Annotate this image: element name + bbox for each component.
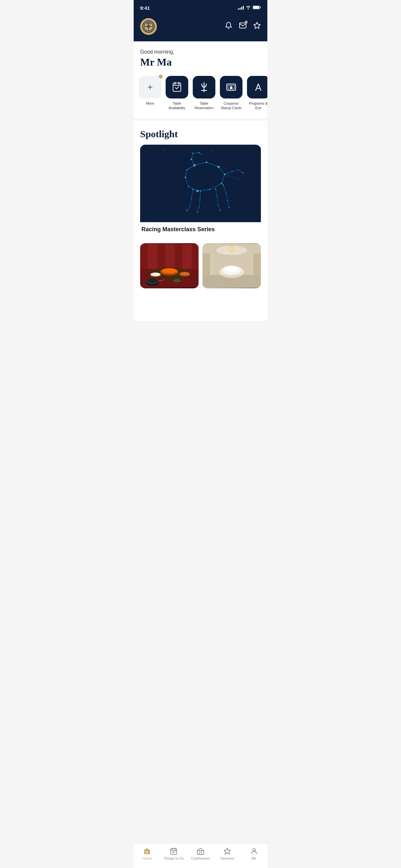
svg-point-28 xyxy=(230,156,231,157)
wifi-icon xyxy=(246,5,251,10)
svg-point-27 xyxy=(212,151,213,151)
svg-point-142 xyxy=(225,266,238,272)
svg-point-87 xyxy=(192,189,194,190)
svg-point-77 xyxy=(224,174,225,175)
svg-point-89 xyxy=(191,198,192,199)
svg-rect-10 xyxy=(173,83,181,91)
programs-icon xyxy=(252,82,264,93)
action-programs[interactable]: Programs & Eve xyxy=(247,76,267,111)
action-coupons[interactable]: Coupons/ Stamp Cards xyxy=(220,76,243,111)
svg-point-35 xyxy=(144,207,145,208)
table-reservation-icon-wrap xyxy=(193,76,215,98)
table-reservation-icon xyxy=(198,82,210,93)
svg-point-93 xyxy=(198,207,199,208)
svg-point-137 xyxy=(224,249,227,252)
messages-button[interactable] xyxy=(239,22,247,31)
svg-point-79 xyxy=(209,189,210,190)
svg-point-91 xyxy=(186,210,188,211)
quick-actions: + More Table Availability Table Rese xyxy=(134,73,267,118)
notification-button[interactable] xyxy=(225,22,233,31)
signal-icon xyxy=(238,6,244,10)
svg-point-138 xyxy=(236,249,240,252)
svg-point-75 xyxy=(206,161,207,163)
svg-point-95 xyxy=(217,196,218,197)
coupons-icon xyxy=(225,82,237,93)
svg-rect-20 xyxy=(140,147,261,219)
svg-rect-114 xyxy=(166,244,174,269)
favorites-button[interactable] xyxy=(253,22,261,31)
spotlight-image xyxy=(140,145,261,222)
table-availability-icon xyxy=(171,82,183,93)
more-label: More xyxy=(146,101,154,105)
cards-row xyxy=(134,238,267,321)
greeting-section: Good morning, Mr Ma xyxy=(134,41,267,73)
spotlight-title: Spotlight xyxy=(140,128,261,140)
svg-point-101 xyxy=(232,170,233,172)
svg-point-82 xyxy=(185,177,186,178)
food-card-image xyxy=(140,243,198,288)
more-badge xyxy=(159,74,163,79)
svg-point-36 xyxy=(149,216,150,217)
svg-point-104 xyxy=(215,188,216,190)
greeting-sub: Good morning, xyxy=(140,49,261,55)
svg-point-85 xyxy=(192,152,194,154)
svg-point-121 xyxy=(162,268,177,273)
svg-point-81 xyxy=(188,186,189,187)
svg-text:HKJC: HKJC xyxy=(146,23,151,25)
status-time: 9:41 xyxy=(140,5,150,11)
svg-point-33 xyxy=(251,201,252,202)
spotlight-card[interactable]: Racing Masterclass Series xyxy=(140,145,261,233)
svg-point-105 xyxy=(222,184,224,185)
svg-point-29 xyxy=(245,151,246,152)
svg-marker-9 xyxy=(254,22,260,28)
programs-icon-wrap xyxy=(247,76,267,98)
svg-point-90 xyxy=(189,206,190,206)
action-more[interactable]: + More xyxy=(139,76,161,111)
svg-point-23 xyxy=(164,150,165,151)
svg-point-129 xyxy=(174,279,180,281)
svg-rect-112 xyxy=(149,244,157,269)
svg-rect-146 xyxy=(251,253,253,275)
svg-rect-113 xyxy=(157,244,165,269)
spotlight-section: Spotlight xyxy=(134,121,267,238)
venue-card[interactable] xyxy=(203,243,261,288)
svg-marker-18 xyxy=(229,86,233,89)
app-header: HKJC xyxy=(134,14,267,41)
svg-rect-145 xyxy=(210,253,213,275)
more-icon-wrap: + xyxy=(139,76,161,98)
food-card[interactable] xyxy=(140,243,198,288)
svg-point-96 xyxy=(218,205,219,206)
svg-rect-116 xyxy=(183,244,191,269)
svg-point-102 xyxy=(238,169,239,170)
spotlight-card-title: Racing Masterclass Series xyxy=(140,226,261,233)
svg-point-100 xyxy=(228,207,230,208)
svg-point-31 xyxy=(143,165,143,165)
table-availability-label: Table Availability xyxy=(165,101,189,111)
action-table-availability[interactable]: Table Availability xyxy=(165,76,189,111)
svg-point-94 xyxy=(197,212,198,213)
svg-rect-115 xyxy=(175,244,182,269)
svg-rect-117 xyxy=(192,244,198,269)
svg-point-21 xyxy=(146,151,147,152)
programs-label: Programs & Eve xyxy=(247,101,267,111)
svg-point-86 xyxy=(198,152,199,153)
svg-point-123 xyxy=(150,273,160,276)
svg-point-99 xyxy=(227,200,228,201)
svg-rect-1 xyxy=(253,6,259,9)
svg-point-103 xyxy=(242,172,243,174)
svg-point-92 xyxy=(199,199,201,200)
coupons-label: Coupons/ Stamp Cards xyxy=(220,101,243,111)
svg-point-88 xyxy=(200,190,201,191)
app-logo[interactable]: HKJC xyxy=(140,18,157,35)
svg-point-25 xyxy=(188,149,189,150)
svg-point-32 xyxy=(258,171,258,172)
action-table-reservation[interactable]: Table Reservation xyxy=(192,76,216,111)
svg-rect-111 xyxy=(140,244,148,269)
svg-point-80 xyxy=(197,190,198,192)
battery-icon xyxy=(253,5,261,10)
svg-point-22 xyxy=(155,156,155,156)
svg-point-78 xyxy=(221,182,222,184)
svg-point-34 xyxy=(254,213,255,214)
greeting-name: Mr Ma xyxy=(140,56,261,68)
table-reservation-label: Table Reservation xyxy=(192,101,216,111)
